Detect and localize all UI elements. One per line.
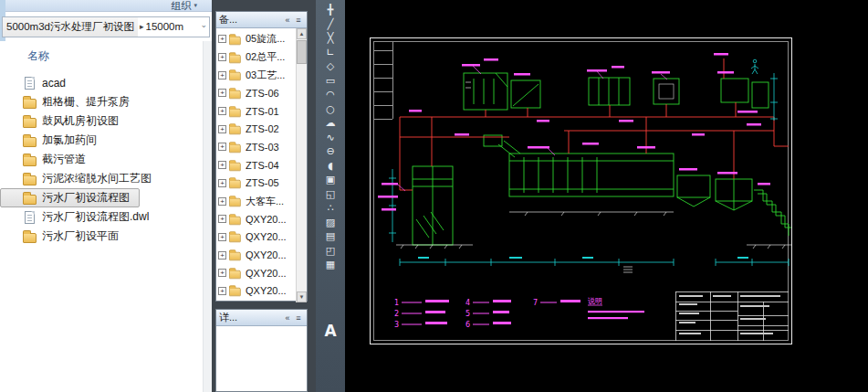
palette-tree-item[interactable]: + QXY20... xyxy=(218,228,294,247)
hatch-tool[interactable]: ▨ xyxy=(318,216,343,230)
legend-number: 6 xyxy=(465,321,470,329)
expand-plus-icon[interactable]: + xyxy=(218,251,226,260)
construction-line-tool[interactable]: ╳ xyxy=(318,31,343,46)
spline-tool[interactable]: ∿ xyxy=(318,131,343,145)
organize-button[interactable]: 组织 ▾ xyxy=(171,0,197,13)
line-tool[interactable]: ╱ xyxy=(318,17,343,32)
expand-plus-icon[interactable]: + xyxy=(218,35,226,43)
label-marks xyxy=(378,53,770,211)
table-tool[interactable]: ▦ xyxy=(318,258,343,272)
expand-plus-icon[interactable]: + xyxy=(218,71,226,79)
make-block-tool[interactable]: ◱ xyxy=(318,187,343,202)
polyline-tool[interactable]: ∟ xyxy=(318,46,343,60)
expand-plus-icon[interactable]: + xyxy=(218,197,226,206)
file-name: 污水厂初设流程图 xyxy=(42,190,130,206)
palette-tree-item[interactable]: + QXY20... xyxy=(218,264,294,282)
arc-tool[interactable]: ◠ xyxy=(318,88,343,102)
palette-tree-item[interactable]: + 03工艺... xyxy=(218,66,294,84)
circle-tool[interactable]: ○ xyxy=(318,102,343,117)
collapse-icon[interactable]: « xyxy=(282,313,293,323)
folder-icon xyxy=(229,198,241,207)
scroll-up-icon[interactable]: ▲ xyxy=(297,28,307,39)
point-tool[interactable]: ∴ xyxy=(318,201,343,216)
expand-plus-icon[interactable]: + xyxy=(218,125,226,133)
expand-plus-icon[interactable]: + xyxy=(218,233,226,241)
expand-plus-icon[interactable]: + xyxy=(218,53,226,61)
collapse-icon[interactable]: « xyxy=(282,16,293,25)
breadcrumb-segment-folder[interactable]: 5000m3d污水处理厂初设图 xyxy=(3,17,138,37)
folder-icon xyxy=(229,37,241,45)
folder-icon xyxy=(229,72,241,80)
palette-item-label: ZTS-01 xyxy=(246,106,279,117)
dimension-text-marks xyxy=(418,257,748,259)
folder-icon xyxy=(229,162,241,170)
palette-tree-item[interactable]: + 大客车... xyxy=(218,192,294,210)
palette-tree-item[interactable]: + 05旋流... xyxy=(218,30,294,48)
palette-tree-item[interactable]: + ZTS-03 xyxy=(218,138,294,156)
expand-plus-icon[interactable]: + xyxy=(218,89,226,97)
expand-plus-icon[interactable]: + xyxy=(218,161,226,169)
ellipse-arc-tool[interactable]: ◖ xyxy=(318,159,343,174)
column-header-name[interactable]: 名称 xyxy=(0,41,212,73)
breadcrumb[interactable]: 5000m3d污水处理厂初设图 ▸ 15000m ⌄ xyxy=(2,16,210,37)
file-row[interactable]: 粗格栅、提升泵房 xyxy=(0,92,140,111)
palette-titlebar: 详... « ≡ xyxy=(216,310,307,326)
legend-number: 5 xyxy=(465,310,470,318)
expand-plus-icon[interactable]: + xyxy=(218,179,226,187)
folder-icon xyxy=(229,252,241,260)
expand-plus-icon[interactable]: + xyxy=(218,215,226,223)
file-row[interactable]: 鼓风机房初设图 xyxy=(0,111,129,131)
drawing-border xyxy=(371,38,792,344)
legend-number: 3 xyxy=(394,321,399,329)
folder-icon xyxy=(229,54,241,62)
insert-block-tool[interactable]: ▣ xyxy=(318,173,343,187)
palette-tree-item[interactable]: + QXY20... xyxy=(218,282,294,301)
file-row[interactable]: 截污管道 xyxy=(0,150,96,169)
expand-plus-icon[interactable]: + xyxy=(218,143,226,151)
region-tool[interactable]: ◰ xyxy=(318,244,343,259)
move-tool[interactable]: ╋ xyxy=(318,3,343,17)
palette-scrollbar[interactable]: ▲ ▼ xyxy=(296,28,307,302)
scroll-down-icon[interactable]: ▼ xyxy=(297,291,307,302)
polygon-tool[interactable]: ◇ xyxy=(318,59,343,74)
palette-tree-item[interactable]: + QXY20... xyxy=(218,246,294,264)
folder-icon xyxy=(23,118,37,128)
palette-tree-item[interactable]: + 02总平... xyxy=(218,48,294,67)
file-name: acad xyxy=(42,77,66,90)
palette-item-label: 03工艺... xyxy=(246,69,285,82)
palette-details-panel: 详... « ≡ xyxy=(215,309,308,392)
expand-plus-icon[interactable]: + xyxy=(218,107,226,115)
palette-title: 备... xyxy=(219,13,282,26)
explorer-scrollbar[interactable] xyxy=(203,41,212,392)
file-row[interactable]: 污泥浓缩脱水间工艺图 xyxy=(0,169,162,188)
palette-tree-item[interactable]: + QXY20... xyxy=(218,210,294,228)
file-row[interactable]: 加氯加药间 xyxy=(0,131,107,150)
palette-tree-item[interactable]: + ZTS-04 xyxy=(218,156,294,175)
menu-icon[interactable]: ≡ xyxy=(293,313,304,323)
file-name: 污泥浓缩脱水间工艺图 xyxy=(42,171,152,186)
dialog-toolbar: 组织 ▾ xyxy=(0,0,212,12)
file-row[interactable]: 污水厂初设流程图.dwl xyxy=(0,207,159,227)
drawing-canvas[interactable]: 1 2 3 4 5 6 7 说明 xyxy=(345,0,868,392)
scrollbar-thumb[interactable] xyxy=(297,40,307,64)
details-content xyxy=(216,326,307,391)
file-row[interactable]: 污水厂初设流程图 xyxy=(0,188,140,207)
palette-tree-item[interactable]: + ZTS-01 xyxy=(218,102,294,121)
palette-tree-item[interactable]: + ZTS-06 xyxy=(218,84,294,102)
rectangle-tool[interactable]: ▭ xyxy=(318,74,343,89)
file-row[interactable]: acad xyxy=(0,73,76,92)
file-name: 粗格栅、提升泵房 xyxy=(42,94,130,110)
gradient-tool[interactable]: ▤ xyxy=(318,229,343,244)
expand-plus-icon[interactable]: + xyxy=(218,269,226,277)
palette-tree-item[interactable]: + ZTS-05 xyxy=(218,175,294,193)
mtext-tool[interactable]: A xyxy=(318,320,343,344)
file-row[interactable]: 污水厂初设平面 xyxy=(0,227,129,246)
folder-icon xyxy=(23,137,37,147)
expand-plus-icon[interactable]: + xyxy=(218,287,226,295)
revision-cloud-tool[interactable]: ☁ xyxy=(318,116,343,131)
revision-table xyxy=(374,42,393,120)
palette-tree-item[interactable]: + ZTS-02 xyxy=(218,120,294,138)
address-dropdown-icon[interactable]: ⌄ xyxy=(200,20,207,29)
menu-icon[interactable]: ≡ xyxy=(293,16,304,25)
ellipse-tool[interactable]: ⊖ xyxy=(318,144,343,159)
